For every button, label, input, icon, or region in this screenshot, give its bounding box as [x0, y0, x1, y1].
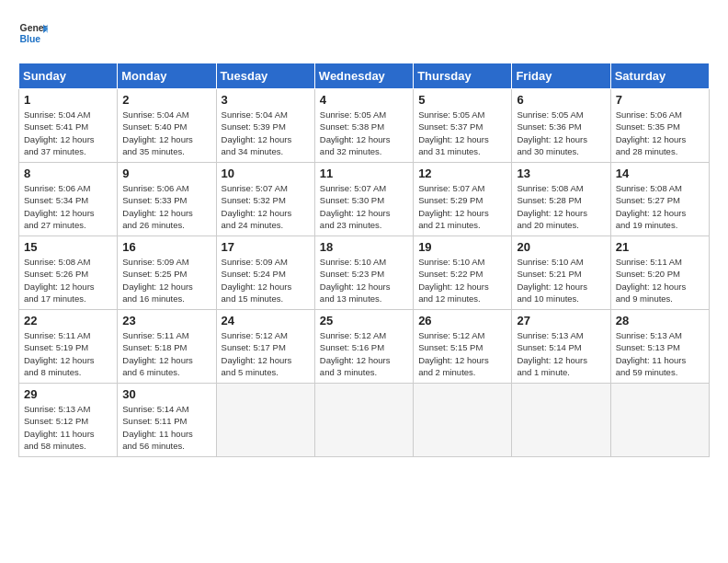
day-number: 8: [24, 167, 112, 180]
day-info: Sunrise: 5:06 AM Sunset: 5:34 PM Dayligh…: [24, 182, 112, 231]
calendar-week-row: 29Sunrise: 5:13 AM Sunset: 5:12 PM Dayli…: [19, 384, 710, 457]
calendar-day-cell: [314, 384, 413, 457]
calendar-day-cell: 19Sunrise: 5:10 AM Sunset: 5:22 PM Dayli…: [414, 236, 512, 310]
day-info: Sunrise: 5:08 AM Sunset: 5:27 PM Dayligh…: [616, 182, 704, 231]
calendar-week-row: 8Sunrise: 5:06 AM Sunset: 5:34 PM Daylig…: [19, 163, 710, 236]
calendar-day-cell: 27Sunrise: 5:13 AM Sunset: 5:14 PM Dayli…: [512, 310, 610, 384]
day-info: Sunrise: 5:08 AM Sunset: 5:28 PM Dayligh…: [517, 182, 605, 231]
calendar-day-cell: 2Sunrise: 5:04 AM Sunset: 5:40 PM Daylig…: [118, 89, 216, 163]
calendar-day-cell: 1Sunrise: 5:04 AM Sunset: 5:41 PM Daylig…: [19, 89, 118, 163]
day-info: Sunrise: 5:11 AM Sunset: 5:19 PM Dayligh…: [24, 329, 112, 378]
day-info: Sunrise: 5:10 AM Sunset: 5:21 PM Dayligh…: [517, 256, 605, 304]
calendar-day-cell: 29Sunrise: 5:13 AM Sunset: 5:12 PM Dayli…: [19, 384, 118, 457]
day-number: 24: [222, 314, 310, 327]
calendar-day-cell: 30Sunrise: 5:14 AM Sunset: 5:11 PM Dayli…: [118, 384, 216, 457]
calendar-day-cell: 5Sunrise: 5:05 AM Sunset: 5:37 PM Daylig…: [414, 89, 512, 163]
logo-icon: General Blue: [18, 18, 48, 48]
logo: General Blue: [18, 18, 48, 48]
day-info: Sunrise: 5:12 AM Sunset: 5:15 PM Dayligh…: [418, 329, 506, 378]
calendar-day-cell: 23Sunrise: 5:11 AM Sunset: 5:18 PM Dayli…: [118, 310, 216, 384]
day-number: 7: [616, 93, 704, 107]
day-number: 22: [24, 314, 112, 327]
day-number: 30: [122, 387, 210, 401]
weekday-header: Friday: [512, 63, 610, 89]
day-number: 13: [517, 167, 605, 180]
day-info: Sunrise: 5:05 AM Sunset: 5:37 PM Dayligh…: [418, 109, 506, 157]
day-number: 1: [24, 93, 112, 107]
day-info: Sunrise: 5:13 AM Sunset: 5:14 PM Dayligh…: [517, 329, 605, 378]
day-number: 17: [222, 240, 310, 254]
day-number: 27: [517, 314, 605, 327]
day-number: 9: [122, 167, 210, 180]
weekday-header: Tuesday: [216, 63, 314, 89]
calendar-day-cell: 12Sunrise: 5:07 AM Sunset: 5:29 PM Dayli…: [414, 163, 512, 236]
day-info: Sunrise: 5:05 AM Sunset: 5:36 PM Dayligh…: [517, 109, 605, 157]
calendar-day-cell: 13Sunrise: 5:08 AM Sunset: 5:28 PM Dayli…: [512, 163, 610, 236]
day-info: Sunrise: 5:08 AM Sunset: 5:26 PM Dayligh…: [24, 256, 112, 304]
day-info: Sunrise: 5:11 AM Sunset: 5:18 PM Dayligh…: [122, 329, 210, 378]
day-number: 4: [320, 93, 408, 107]
calendar-day-cell: 21Sunrise: 5:11 AM Sunset: 5:20 PM Dayli…: [610, 236, 709, 310]
weekday-header: Saturday: [610, 63, 709, 89]
calendar-day-cell: 6Sunrise: 5:05 AM Sunset: 5:36 PM Daylig…: [512, 89, 610, 163]
weekday-header: Wednesday: [314, 63, 413, 89]
calendar-table: SundayMondayTuesdayWednesdayThursdayFrid…: [18, 63, 710, 457]
calendar-day-cell: 17Sunrise: 5:09 AM Sunset: 5:24 PM Dayli…: [216, 236, 314, 310]
day-number: 2: [122, 93, 210, 107]
calendar-day-cell: 10Sunrise: 5:07 AM Sunset: 5:32 PM Dayli…: [216, 163, 314, 236]
calendar-day-cell: [512, 384, 610, 457]
day-number: 29: [24, 387, 112, 401]
calendar-day-cell: 28Sunrise: 5:13 AM Sunset: 5:13 PM Dayli…: [610, 310, 709, 384]
day-info: Sunrise: 5:06 AM Sunset: 5:33 PM Dayligh…: [122, 182, 210, 231]
weekday-header: Thursday: [414, 63, 512, 89]
calendar-week-row: 15Sunrise: 5:08 AM Sunset: 5:26 PM Dayli…: [19, 236, 710, 310]
day-info: Sunrise: 5:13 AM Sunset: 5:13 PM Dayligh…: [616, 329, 704, 378]
page-header: General Blue: [18, 18, 710, 48]
day-info: Sunrise: 5:12 AM Sunset: 5:16 PM Dayligh…: [320, 329, 408, 378]
day-number: 21: [616, 240, 704, 254]
day-info: Sunrise: 5:10 AM Sunset: 5:23 PM Dayligh…: [320, 256, 408, 304]
calendar-day-cell: 15Sunrise: 5:08 AM Sunset: 5:26 PM Dayli…: [19, 236, 118, 310]
svg-text:Blue: Blue: [20, 34, 41, 44]
calendar-day-cell: 20Sunrise: 5:10 AM Sunset: 5:21 PM Dayli…: [512, 236, 610, 310]
day-info: Sunrise: 5:09 AM Sunset: 5:25 PM Dayligh…: [122, 256, 210, 304]
day-info: Sunrise: 5:06 AM Sunset: 5:35 PM Dayligh…: [616, 109, 704, 157]
calendar-day-cell: 25Sunrise: 5:12 AM Sunset: 5:16 PM Dayli…: [314, 310, 413, 384]
day-info: Sunrise: 5:10 AM Sunset: 5:22 PM Dayligh…: [418, 256, 506, 304]
day-info: Sunrise: 5:07 AM Sunset: 5:29 PM Dayligh…: [418, 182, 506, 231]
calendar-day-cell: 3Sunrise: 5:04 AM Sunset: 5:39 PM Daylig…: [216, 89, 314, 163]
day-number: 3: [222, 93, 310, 107]
day-info: Sunrise: 5:07 AM Sunset: 5:30 PM Dayligh…: [320, 182, 408, 231]
calendar-day-cell: [610, 384, 709, 457]
weekday-header: Sunday: [19, 63, 118, 89]
day-info: Sunrise: 5:04 AM Sunset: 5:41 PM Dayligh…: [24, 109, 112, 157]
day-number: 14: [616, 167, 704, 180]
day-info: Sunrise: 5:04 AM Sunset: 5:40 PM Dayligh…: [122, 109, 210, 157]
day-info: Sunrise: 5:11 AM Sunset: 5:20 PM Dayligh…: [616, 256, 704, 304]
day-number: 11: [320, 167, 408, 180]
day-info: Sunrise: 5:05 AM Sunset: 5:38 PM Dayligh…: [320, 109, 408, 157]
calendar-day-cell: 8Sunrise: 5:06 AM Sunset: 5:34 PM Daylig…: [19, 163, 118, 236]
calendar-day-cell: 4Sunrise: 5:05 AM Sunset: 5:38 PM Daylig…: [314, 89, 413, 163]
calendar-week-row: 1Sunrise: 5:04 AM Sunset: 5:41 PM Daylig…: [19, 89, 710, 163]
day-info: Sunrise: 5:09 AM Sunset: 5:24 PM Dayligh…: [222, 256, 310, 304]
day-number: 16: [122, 240, 210, 254]
day-info: Sunrise: 5:13 AM Sunset: 5:12 PM Dayligh…: [24, 403, 112, 452]
day-number: 26: [418, 314, 506, 327]
calendar-day-cell: 18Sunrise: 5:10 AM Sunset: 5:23 PM Dayli…: [314, 236, 413, 310]
calendar-day-cell: 24Sunrise: 5:12 AM Sunset: 5:17 PM Dayli…: [216, 310, 314, 384]
day-info: Sunrise: 5:14 AM Sunset: 5:11 PM Dayligh…: [122, 403, 210, 452]
day-number: 20: [517, 240, 605, 254]
day-number: 6: [517, 93, 605, 107]
day-number: 19: [418, 240, 506, 254]
weekday-header-row: SundayMondayTuesdayWednesdayThursdayFrid…: [19, 63, 710, 89]
day-number: 12: [418, 167, 506, 180]
day-number: 15: [24, 240, 112, 254]
calendar-day-cell: 11Sunrise: 5:07 AM Sunset: 5:30 PM Dayli…: [314, 163, 413, 236]
weekday-header: Monday: [118, 63, 216, 89]
calendar-week-row: 22Sunrise: 5:11 AM Sunset: 5:19 PM Dayli…: [19, 310, 710, 384]
calendar-day-cell: 26Sunrise: 5:12 AM Sunset: 5:15 PM Dayli…: [414, 310, 512, 384]
calendar-day-cell: 16Sunrise: 5:09 AM Sunset: 5:25 PM Dayli…: [118, 236, 216, 310]
day-number: 28: [616, 314, 704, 327]
day-info: Sunrise: 5:04 AM Sunset: 5:39 PM Dayligh…: [222, 109, 310, 157]
